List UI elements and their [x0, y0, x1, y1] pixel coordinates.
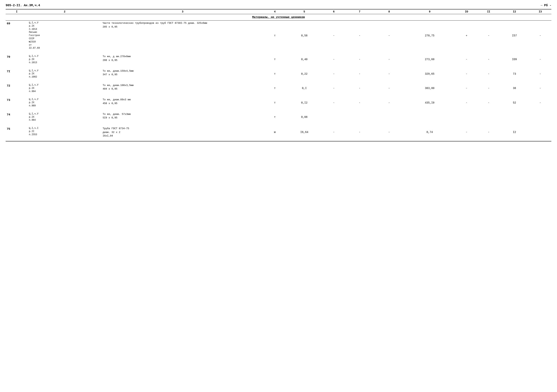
row-number: 73 [6, 96, 28, 108]
unit: т [264, 21, 286, 51]
row-description: То же, д ам.278х6мм 288 х 0,95 [101, 53, 264, 65]
quantity: 0,58 [286, 21, 323, 51]
row-number: 69 [6, 21, 28, 51]
price: 383,80 [404, 82, 456, 94]
col12-val: 52 [500, 96, 529, 108]
col13-val: - [529, 82, 551, 94]
table-row: 73Ц.I,ч.У р.IX п.989То же, диам.89х3 мм … [6, 96, 551, 108]
col10-val: - [456, 96, 478, 108]
row-reference: Ц.I,ч.У р.IX п.1013 [28, 53, 101, 65]
col6-val: - [323, 68, 345, 79]
col13-val [529, 111, 551, 122]
quantity: 0,I2 [286, 96, 323, 108]
col7-val: - [345, 82, 374, 94]
col10-val: - [456, 82, 478, 94]
col8-val [374, 111, 404, 122]
col13-val: - [529, 21, 551, 51]
col-header-1: I [6, 9, 28, 14]
col6-val: - [323, 82, 345, 94]
row-reference: Ц.I,ч.У р.IX п.989 [28, 96, 101, 108]
col7-val: - [345, 21, 374, 51]
quantity: 0,40 [286, 53, 323, 65]
price: 0,74 [404, 125, 456, 139]
row-description: Труба ГОСТ 8734-75 диам. 32 х 2 I6хI,04 [101, 125, 264, 139]
price: 435,I0 [404, 96, 456, 108]
price: 273,60 [404, 53, 456, 65]
row-number: 70 [6, 53, 28, 65]
col12-val: 73 [500, 68, 529, 79]
page-header-left: 905-2-II. Ан.ЗМ,ч.4 [6, 4, 40, 7]
row-reference: Ц.I,ч.У р.IX п.1014 Письмо Госстроя ССCP… [28, 21, 101, 51]
col12-val: 38 [500, 82, 529, 94]
col10-val [456, 111, 478, 122]
row-number: 74 [6, 111, 28, 122]
col7-val [345, 111, 374, 122]
unit: т [264, 53, 286, 65]
col-header-9: 9 [404, 9, 456, 14]
col13-val [529, 125, 551, 139]
row-reference: Ц.I,ч.У р.IX п.984 [28, 111, 101, 122]
col12-val: I57 [500, 21, 529, 51]
price: 329,65 [404, 68, 456, 79]
quantity: 0,I [286, 82, 323, 94]
col7-val: - [345, 96, 374, 108]
table-row: 74Ц.I,ч.У р.IX п.984То же, диам. 57х3мм … [6, 111, 551, 122]
col-header-3: 3 [101, 9, 264, 14]
col13-val: - [529, 53, 551, 65]
col8-val: - [374, 53, 404, 65]
col6-val: - [323, 96, 345, 108]
col-header-12: I2 [500, 9, 529, 14]
table-row: 69Ц.I,ч.У р.IX п.1014 Письмо Госстроя СС… [6, 21, 551, 51]
table-row: 72Ц.I,ч.У р.IX п.994То же, диам.108х3,5м… [6, 82, 551, 94]
price [404, 111, 456, 122]
col-header-8: 8 [374, 9, 404, 14]
col11-val: - [478, 125, 500, 139]
col8-val: - [374, 82, 404, 94]
col-header-13: I3 [529, 9, 551, 14]
unit: м [264, 125, 286, 139]
row-reference: Ц.I,ч.У р.IX п.994 [28, 82, 101, 94]
unit: т [264, 82, 286, 94]
col-header-6: 6 [323, 9, 345, 14]
col10-val: - [456, 68, 478, 79]
col13-val: - [529, 96, 551, 108]
col-header-4: 4 [264, 9, 286, 14]
row-description: То же, диам.89х3 мм 458 х 0,95 [101, 96, 264, 108]
col11-val: - [478, 82, 500, 94]
price: 270,75 [404, 21, 456, 51]
row-number: 75 [6, 125, 28, 139]
col8-val: - [374, 68, 404, 79]
col7-val: - [345, 125, 374, 139]
col8-val: - [374, 21, 404, 51]
row-description: То же, диам. 57х3мм 5I9 х 0,95 [101, 111, 264, 122]
col10-val: - [456, 125, 478, 139]
col-header-11: II [478, 9, 500, 14]
col11-val [478, 111, 500, 122]
unit: т [264, 68, 286, 79]
col6-val: - [323, 125, 345, 139]
col6-val: - [323, 53, 345, 65]
col7-val: - [345, 68, 374, 79]
col8-val: - [374, 96, 404, 108]
col-header-10: IO [456, 9, 478, 14]
col-header-5: 5 [286, 9, 323, 14]
row-reference: Ц.I,ч.У р.IX п.1002 [28, 68, 101, 79]
col7-val: - [345, 53, 374, 65]
col8-val: - [374, 125, 404, 139]
col-header-7: 7 [345, 9, 374, 14]
page-header-right: → Рб - [541, 4, 551, 7]
col10-val: - [456, 53, 478, 65]
quantity: 0,08 [286, 111, 323, 122]
quantity: 0,22 [286, 68, 323, 79]
table-row: 75Ц.I,ч.I р.II п.I553Труба ГОСТ 8734-75 … [6, 125, 551, 139]
row-description: Части технологических трубопроводов из т… [101, 21, 264, 51]
col11-val: - [478, 96, 500, 108]
row-number: 72 [6, 82, 28, 94]
col12-val: I2 [500, 125, 529, 139]
col11-val: - [478, 53, 500, 65]
col6-val [323, 111, 345, 122]
col11-val: - [478, 68, 500, 79]
table-row: 7IЦ.I,ч.У р.IX п.1002То же, диам.159х4,5… [6, 68, 551, 79]
col11-val: - [478, 21, 500, 51]
row-reference: Ц.I,ч.I р.II п.I553 [28, 125, 101, 139]
